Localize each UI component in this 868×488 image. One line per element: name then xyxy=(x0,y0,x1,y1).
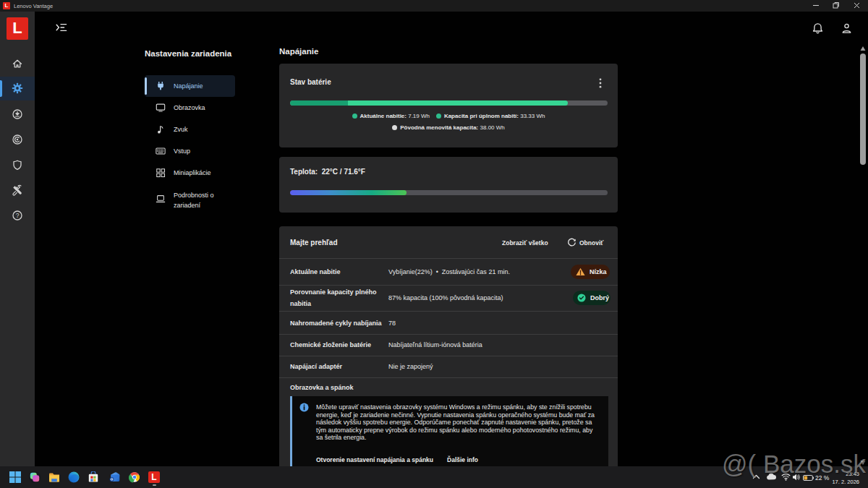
svg-text:?: ? xyxy=(16,212,20,219)
